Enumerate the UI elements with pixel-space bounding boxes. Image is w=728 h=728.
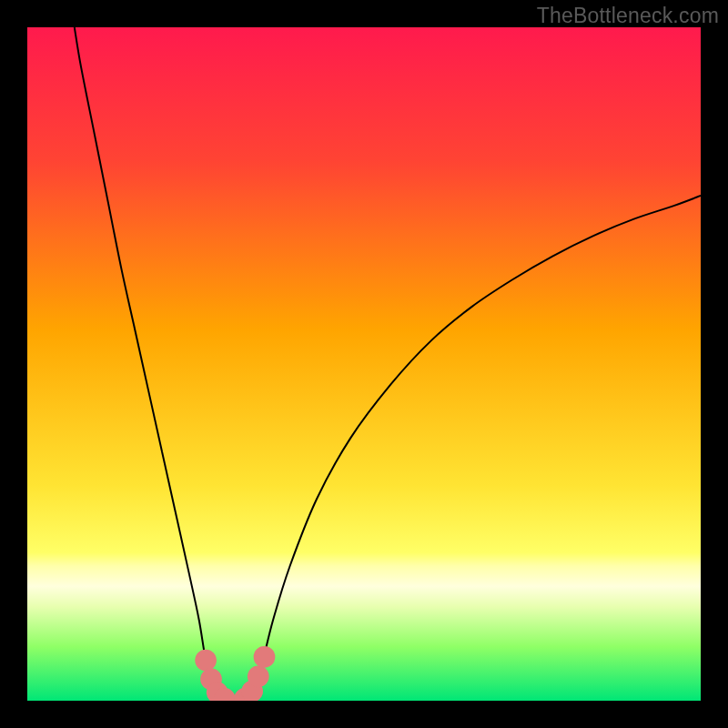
marker-dot: [254, 646, 276, 668]
gradient-background: [27, 27, 701, 701]
chart-frame: TheBottleneck.com: [0, 0, 728, 728]
plot-area: [27, 27, 701, 701]
chart-canvas: [27, 27, 701, 701]
watermark-text: TheBottleneck.com: [537, 4, 719, 28]
marker-dot: [248, 666, 269, 688]
marker-dot: [195, 650, 217, 672]
